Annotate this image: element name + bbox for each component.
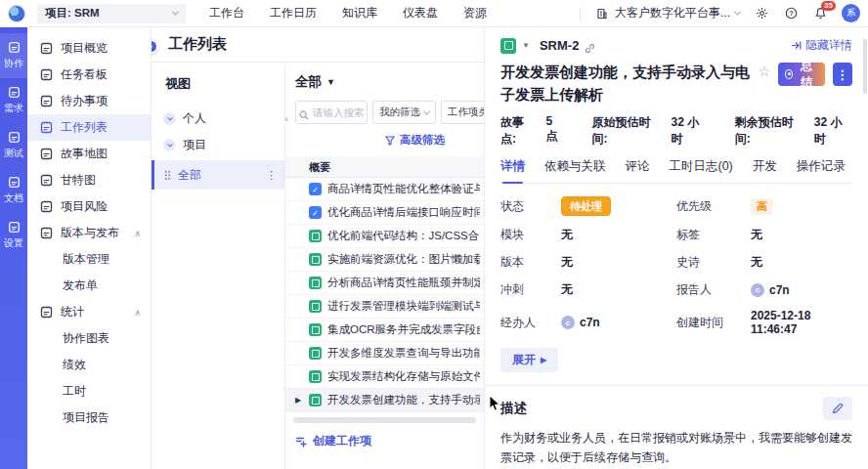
- view-tree-group[interactable]: 个人: [152, 106, 284, 132]
- sidebar-item[interactable]: 任务看板: [27, 62, 151, 88]
- drag-handle-icon[interactable]: [164, 170, 171, 181]
- tab-comments[interactable]: 评论: [626, 158, 650, 183]
- sidebar-item[interactable]: 工作列表: [27, 114, 151, 141]
- work-item-type-icon: [309, 394, 322, 406]
- priority-badge[interactable]: 高: [751, 198, 773, 215]
- tag-value[interactable]: 无: [751, 227, 852, 243]
- panel-collapse-handle[interactable]: ‹: [284, 112, 288, 124]
- work-item-row[interactable]: ▶ 集成OCR服务并完成发票字段自动解析功能联调: [285, 319, 484, 342]
- work-item-type-icon: [309, 277, 322, 289]
- user-avatar[interactable]: 系: [842, 4, 860, 22]
- sprint-value[interactable]: 无: [561, 281, 676, 298]
- collapse-chevron-icon[interactable]: ∧: [134, 229, 141, 238]
- epic-value[interactable]: 无: [751, 254, 852, 271]
- work-item-row[interactable]: ▶ 进行发票管理模块端到端测试与性能验证: [285, 295, 484, 319]
- rail-item[interactable]: 协作: [0, 33, 27, 78]
- story-type-icon[interactable]: [500, 38, 516, 54]
- work-item-row[interactable]: ▶ 优化前端代码结构：JS/CSS合并拆分与代码分割: [285, 225, 484, 248]
- rail-item[interactable]: 设置: [0, 213, 27, 258]
- top-nav-item[interactable]: 资源: [463, 5, 487, 21]
- vertical-scrollbar[interactable]: [863, 39, 867, 94]
- caret-right-icon: ▶: [541, 356, 546, 364]
- top-nav-item[interactable]: 知识库: [342, 5, 377, 21]
- sidebar-item[interactable]: 绩效: [27, 352, 151, 378]
- more-menu-icon[interactable]: ⋮: [266, 169, 277, 182]
- view-tree-item-all[interactable]: 全部 ⋮: [152, 160, 284, 190]
- work-item-row[interactable]: ▶ 实现发票结构化存储与原始文件加密保存至对象存储: [285, 365, 484, 389]
- org-switcher[interactable]: 大客户数字化平台事...: [594, 5, 740, 21]
- story-map-icon: [40, 148, 53, 160]
- tab-history[interactable]: 操作记录: [797, 158, 846, 183]
- work-item-row[interactable]: ▶ 开发多维度发票查询与导出功能，支持高效检索: [285, 342, 484, 365]
- work-item-type-icon: [309, 230, 322, 242]
- version-value[interactable]: 无: [561, 254, 676, 271]
- edit-description-button[interactable]: [823, 397, 852, 420]
- documents-icon: [8, 176, 21, 189]
- filter-funnel-icon: [385, 136, 395, 146]
- rail-item[interactable]: 测试: [0, 123, 27, 168]
- tab-worklog[interactable]: 工时日志(0): [670, 158, 733, 183]
- sidebar-item[interactable]: 甘特图: [27, 167, 151, 193]
- create-work-item-button[interactable]: 创建工作项: [295, 433, 484, 449]
- assignee-avatar: c: [561, 316, 575, 329]
- type-caret-icon[interactable]: ▼: [522, 41, 530, 50]
- status-badge[interactable]: 待处理: [561, 196, 611, 216]
- work-item-row[interactable]: ▶ 优化商品详情后端接口响应时间并引入Redis缓存: [285, 201, 484, 225]
- view-tree-group[interactable]: 项目: [152, 132, 284, 158]
- sidebar-item[interactable]: 故事地图: [27, 141, 151, 167]
- work-item-row[interactable]: ▶ 分析商品详情页性能瓶颈并制定优化方案: [285, 272, 484, 295]
- project-overview-icon: [40, 42, 53, 55]
- sidebar-item[interactable]: 版本与发布 ∧: [27, 220, 151, 246]
- reporter-value[interactable]: c c7n: [751, 283, 852, 297]
- release-icon: [40, 227, 53, 239]
- issue-title: 开发发票创建功能，支持手动录入与电子发票上传解析: [500, 62, 751, 106]
- work-item-type-select[interactable]: 工作项类型: [441, 101, 484, 124]
- sidebar-item[interactable]: 版本管理: [27, 246, 151, 273]
- sidebar-item[interactable]: 发布单: [27, 273, 151, 299]
- assignee-value[interactable]: c c7n: [561, 316, 676, 329]
- sidebar-item[interactable]: 工时: [27, 378, 151, 405]
- work-item-row[interactable]: ▶ 实施前端资源优化：图片懒加载、WebP转换与压缩: [285, 248, 484, 272]
- views-panel-title: 视图: [152, 75, 284, 93]
- tab-development[interactable]: 开发: [753, 158, 777, 183]
- settings-gear-icon[interactable]: [754, 6, 769, 21]
- scope-dropdown[interactable]: 全部 ▼: [295, 73, 474, 91]
- advanced-filter-button[interactable]: 高级筛选: [295, 133, 445, 148]
- sidebar-item[interactable]: 协作图表: [27, 325, 151, 352]
- top-nav-item[interactable]: 工作日历: [270, 5, 317, 21]
- collapse-chevron-icon[interactable]: ∧: [134, 308, 141, 318]
- module-value[interactable]: 无: [561, 227, 676, 243]
- horizontal-scrollbar[interactable]: [293, 417, 476, 423]
- rail-item[interactable]: 文档: [0, 168, 27, 213]
- top-nav-item[interactable]: 仪表盘: [403, 5, 438, 21]
- work-item-row[interactable]: ▶ 开发发票创建功能，支持手动录入与电子发票上传解析: [285, 389, 484, 412]
- top-nav-item[interactable]: 工作台: [209, 5, 244, 21]
- field-grid: 状态 待处理 优先级 高 模块 无 标签 无 版本 无 史诗 无 冲刺 无 报告…: [500, 196, 852, 336]
- more-actions-button[interactable]: ⋮: [833, 63, 852, 86]
- building-icon: [594, 6, 610, 21]
- tab-dependencies[interactable]: 依赖与关联: [544, 158, 606, 183]
- hide-details-button[interactable]: 隐藏详情: [791, 37, 852, 54]
- divider: [580, 7, 581, 21]
- ai-summarize-button[interactable]: 总结: [778, 63, 824, 86]
- project-selector[interactable]: 项目: SRM: [37, 4, 186, 23]
- expand-fields-button[interactable]: 展开▶: [500, 348, 558, 372]
- sidebar-item[interactable]: 项目风险: [27, 193, 151, 220]
- sidebar-item[interactable]: 项目概览: [27, 35, 151, 62]
- work-item-row[interactable]: ▶ 商品详情页性能优化整体验证与上线: [285, 178, 484, 201]
- my-filter-select[interactable]: 我的筛选: [372, 101, 436, 124]
- copy-link-icon[interactable]: [585, 40, 595, 51]
- rail-item[interactable]: 需求: [0, 78, 27, 123]
- topbar: 项目: SRM 工作台工作日历知识库仪表盘资源 大客户数字化平台事... ? 3…: [0, 0, 868, 27]
- sidebar-item[interactable]: 项目报告: [27, 405, 151, 431]
- sidebar-item[interactable]: 统计 ∧: [27, 299, 151, 325]
- pencil-icon: [832, 403, 844, 414]
- tab-details[interactable]: 详情: [500, 158, 525, 183]
- star-favorite-icon[interactable]: ☆: [759, 64, 771, 79]
- help-icon[interactable]: ?: [783, 6, 799, 21]
- notification-bell-icon[interactable]: 35: [812, 6, 828, 21]
- app-logo[interactable]: [8, 5, 25, 22]
- sidebar-item[interactable]: 待办事项: [27, 88, 151, 114]
- collaboration-icon: [8, 41, 21, 54]
- work-item-type-icon: [309, 300, 322, 313]
